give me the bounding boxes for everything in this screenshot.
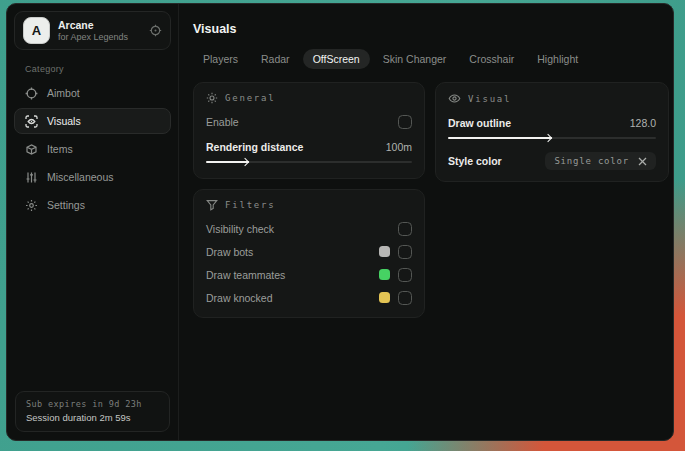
- sidebar-item-label: Aimbot: [47, 87, 80, 99]
- rendering-distance-value: 100m: [386, 141, 412, 153]
- draw-bots-row: Draw bots: [206, 243, 412, 260]
- draw-teammates-label: Draw teammates: [206, 269, 285, 281]
- draw-bots-checkbox[interactable]: [398, 245, 412, 259]
- brand-card: A Arcane for Apex Legends: [14, 11, 171, 50]
- package-icon: [25, 143, 38, 156]
- draw-outline-label: Draw outline: [448, 117, 511, 129]
- general-panel: General Enable Rendering distance 100m: [193, 82, 425, 179]
- draw-teammates-checkbox[interactable]: [398, 268, 412, 282]
- panel-title: Visual: [468, 94, 511, 104]
- draw-teammates-row: Draw teammates: [206, 266, 412, 283]
- target-icon[interactable]: [149, 24, 162, 37]
- draw-knocked-row: Draw knocked: [206, 289, 412, 306]
- main-content: Visuals Players Radar OffScreen Skin Cha…: [179, 4, 674, 440]
- slider-thumb[interactable]: [241, 157, 249, 165]
- sliders-icon: [25, 171, 38, 184]
- slider-thumb[interactable]: [544, 133, 552, 141]
- brand-name: Arcane: [58, 19, 128, 31]
- rendering-distance-slider[interactable]: [206, 157, 412, 167]
- app-logo: A: [23, 17, 50, 44]
- draw-teammates-color-swatch[interactable]: [379, 269, 390, 280]
- tab-skin-changer[interactable]: Skin Changer: [373, 49, 457, 69]
- sidebar: A Arcane for Apex Legends Category: [7, 4, 179, 440]
- panel-title: Filters: [225, 200, 276, 210]
- draw-bots-color-swatch[interactable]: [379, 246, 390, 257]
- draw-outline-row: Draw outline 128.0: [448, 114, 656, 131]
- app-window: A Arcane for Apex Legends Category: [6, 3, 674, 441]
- sidebar-item-label: Miscellaneous: [47, 171, 114, 183]
- sun-icon: [206, 92, 218, 104]
- crosshair-icon: [25, 87, 38, 100]
- tab-bar: Players Radar OffScreen Skin Changer Cro…: [193, 49, 669, 69]
- tab-players[interactable]: Players: [193, 49, 248, 69]
- visibility-check-label: Visibility check: [206, 223, 274, 235]
- style-color-row: Style color Single color: [448, 152, 656, 170]
- category-label: Category: [25, 64, 160, 74]
- style-color-select[interactable]: Single color: [545, 152, 656, 170]
- sidebar-item-visuals[interactable]: Visuals: [14, 108, 171, 134]
- gear-icon: [25, 199, 38, 212]
- session-duration-text: Session duration 2m 59s: [26, 412, 159, 423]
- visual-panel-header: Visual: [448, 92, 656, 105]
- style-color-label: Style color: [448, 155, 502, 167]
- visibility-check-row: Visibility check: [206, 220, 412, 237]
- sidebar-item-label: Settings: [47, 199, 85, 211]
- visibility-check-checkbox[interactable]: [398, 222, 412, 236]
- scan-eye-icon: [25, 115, 38, 128]
- filters-panel-header: Filters: [206, 199, 412, 211]
- sidebar-item-items[interactable]: Items: [14, 136, 171, 162]
- close-icon[interactable]: [638, 157, 647, 166]
- draw-knocked-color-swatch[interactable]: [379, 292, 390, 303]
- sidebar-item-aimbot[interactable]: Aimbot: [14, 80, 171, 106]
- funnel-icon: [206, 199, 218, 211]
- draw-knocked-label: Draw knocked: [206, 292, 273, 304]
- sidebar-nav: Aimbot Visuals: [14, 80, 171, 218]
- draw-knocked-checkbox[interactable]: [398, 291, 412, 305]
- page-title: Visuals: [193, 22, 669, 36]
- draw-bots-label: Draw bots: [206, 246, 253, 258]
- eye-icon: [448, 92, 461, 105]
- tab-highlight[interactable]: Highlight: [527, 49, 588, 69]
- sidebar-item-label: Visuals: [47, 115, 81, 127]
- filters-panel: Filters Visibility check Draw bots: [193, 189, 425, 318]
- sub-expires-text: Sub expires in 9d 23h: [26, 399, 159, 409]
- brand-subtitle: for Apex Legends: [58, 32, 128, 42]
- rendering-distance-label: Rendering distance: [206, 141, 303, 153]
- panel-title: General: [225, 93, 276, 103]
- slider-fill: [448, 137, 552, 139]
- sidebar-item-settings[interactable]: Settings: [14, 192, 171, 218]
- enable-row: Enable: [206, 113, 412, 130]
- general-panel-header: General: [206, 92, 412, 104]
- tab-offscreen[interactable]: OffScreen: [303, 49, 370, 69]
- style-color-selected-option: Single color: [554, 156, 629, 166]
- tab-radar[interactable]: Radar: [251, 49, 300, 69]
- brand-text: Arcane for Apex Legends: [58, 19, 128, 42]
- visual-panel: Visual Draw outline 128.0 Style color: [435, 82, 669, 182]
- enable-label: Enable: [206, 116, 239, 128]
- panels-area: General Enable Rendering distance 100m: [193, 82, 669, 318]
- session-card: Sub expires in 9d 23h Session duration 2…: [15, 391, 170, 432]
- draw-outline-slider[interactable]: [448, 133, 656, 143]
- enable-checkbox[interactable]: [398, 115, 412, 129]
- sidebar-item-miscellaneous[interactable]: Miscellaneous: [14, 164, 171, 190]
- tab-crosshair[interactable]: Crosshair: [459, 49, 524, 69]
- rendering-distance-row: Rendering distance 100m: [206, 138, 412, 155]
- sidebar-item-label: Items: [47, 143, 73, 155]
- draw-outline-value: 128.0: [630, 117, 656, 129]
